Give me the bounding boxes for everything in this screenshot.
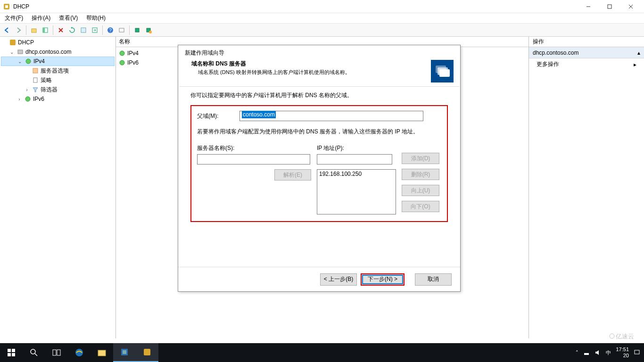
tree-label: 服务器选项 (41, 67, 69, 75)
server-button[interactable] (132, 25, 142, 35)
clock-time: 17:51 (616, 346, 629, 353)
next-button[interactable]: 下一步(N) > (361, 273, 405, 286)
move-down-button[interactable]: 向下(O) (402, 201, 439, 212)
svg-rect-38 (57, 350, 60, 355)
tree-label: IPv4 (33, 58, 45, 65)
ip-address-input[interactable] (317, 154, 392, 165)
ipv6-icon (24, 95, 32, 103)
volume-icon[interactable] (594, 349, 601, 356)
refresh-button[interactable] (67, 25, 77, 35)
svg-point-18 (149, 31, 152, 33)
toolbar-separator (129, 25, 130, 35)
show-hide-button[interactable] (40, 25, 50, 35)
svg-rect-44 (584, 353, 589, 355)
cancel-button[interactable]: 取消 (415, 273, 452, 286)
taskbar: ˄ 中 17:51 20 (0, 343, 644, 362)
toolbar-separator (53, 25, 53, 35)
policy-icon (32, 76, 39, 84)
watermark: 亿速云 (609, 331, 642, 341)
actions-header: 操作 (529, 37, 644, 47)
up-level-button[interactable] (29, 25, 39, 35)
ip-list-item[interactable]: 192.168.100.250 (319, 171, 394, 177)
watermark-text: 亿速云 (615, 333, 634, 340)
tree-ipv6[interactable]: › IPv6 (1, 94, 115, 104)
start-button[interactable] (0, 343, 23, 362)
options-icon (32, 67, 39, 74)
resolve-button[interactable]: 解析(E) (274, 169, 311, 181)
actions-context-label: dhcp.contoso.com (533, 49, 578, 56)
svg-rect-32 (12, 349, 15, 352)
chevron-down-icon[interactable]: ⌄ (8, 49, 15, 55)
svg-rect-3 (608, 5, 611, 8)
tree-label: IPv6 (33, 96, 44, 102)
tree-policies[interactable]: 策略 (1, 75, 115, 85)
actions-more[interactable]: 更多操作 ▸ (529, 58, 644, 70)
task-view-button[interactable] (45, 343, 68, 362)
svg-rect-40 (98, 350, 106, 356)
menu-view[interactable]: 查看(V) (57, 13, 80, 23)
move-up-button[interactable]: 向上(U) (402, 185, 439, 196)
wizard-footer: < 上一步(B) 下一步(N) > 取消 (178, 267, 460, 291)
tree-root[interactable]: DHCP (1, 38, 115, 47)
collapse-icon[interactable]: ▴ (637, 49, 640, 56)
notifications-icon[interactable] (634, 349, 640, 356)
maximize-button[interactable] (599, 0, 620, 13)
back-button[interactable]: < 上一步(B) (320, 273, 357, 286)
menu-bar: 文件(F) 操作(A) 查看(V) 帮助(H) (0, 13, 644, 24)
tray-up-icon[interactable]: ˄ (576, 350, 578, 356)
svg-rect-15 (119, 28, 124, 32)
svg-rect-1 (5, 5, 8, 8)
tree-server-options[interactable]: 服务器选项 (1, 66, 115, 75)
toolbar: ? (0, 24, 644, 37)
chevron-down-icon[interactable]: ⌄ (17, 59, 23, 64)
ip-address-list[interactable]: 192.168.100.250 (317, 169, 396, 214)
menu-file[interactable]: 文件(F) (3, 13, 25, 23)
menu-action[interactable]: 操作(A) (30, 13, 52, 23)
tree-ipv4[interactable]: ⌄ IPv4 (1, 57, 115, 66)
ipv4-icon (119, 50, 125, 57)
forward-button[interactable] (13, 25, 24, 35)
new-scope-wizard: 新建作用域向导 域名称和 DNS 服务器 域名系统 (DNS) 映射并转换网络上… (178, 45, 461, 292)
svg-rect-23 (33, 78, 37, 82)
svg-rect-42 (123, 350, 126, 354)
ie-taskbar-icon[interactable] (68, 343, 91, 362)
system-tray: ˄ 中 17:51 20 (576, 346, 644, 359)
back-button[interactable] (2, 25, 12, 35)
taskbar-clock[interactable]: 17:51 20 (616, 346, 629, 359)
server-icon (17, 48, 24, 56)
chevron-right-icon[interactable]: › (24, 87, 30, 92)
tree-server[interactable]: ⌄ dhcp.contoso.com (1, 47, 115, 57)
ime-indicator[interactable]: 中 (606, 349, 611, 356)
explorer-taskbar-icon[interactable] (91, 343, 113, 362)
add-button[interactable]: 添加(D) (402, 153, 439, 164)
actions-panel: 操作 dhcp.contoso.com ▴ 更多操作 ▸ (529, 37, 644, 338)
ipv4-icon (25, 58, 32, 65)
delete-button[interactable] (56, 25, 66, 35)
actions-context[interactable]: dhcp.contoso.com ▴ (529, 47, 644, 58)
wizard-body: 你可以指定要网络中的客户端计算机用于解析 DNS 名称的父域。 父域(M): c… (178, 87, 460, 267)
minimize-button[interactable] (578, 0, 599, 13)
chevron-right-icon[interactable]: › (16, 97, 23, 102)
server-manager-taskbar-icon[interactable] (113, 343, 136, 362)
tree-filters[interactable]: › 筛选器 (1, 85, 115, 94)
remove-button[interactable]: 删除(R) (402, 169, 439, 180)
scope-button[interactable] (116, 25, 127, 35)
close-button[interactable] (620, 0, 641, 13)
server2-button[interactable] (143, 25, 154, 35)
network-icon[interactable] (583, 349, 590, 356)
svg-point-26 (120, 60, 124, 65)
clock-date: 20 (616, 353, 629, 359)
dhcp-taskbar-icon[interactable] (136, 343, 158, 362)
properties-button[interactable] (78, 25, 89, 35)
svg-rect-37 (53, 350, 56, 355)
svg-rect-22 (33, 68, 38, 73)
help-button[interactable]: ? (105, 25, 116, 35)
search-button[interactable] (23, 343, 45, 362)
parent-domain-input[interactable]: contoso.com (239, 111, 423, 121)
tree-label: 筛选器 (41, 86, 58, 94)
dhcp-root-icon (9, 39, 17, 46)
menu-help[interactable]: 帮助(H) (84, 13, 107, 23)
filter-icon (32, 86, 39, 93)
server-name-input[interactable] (197, 154, 310, 165)
export-button[interactable] (90, 25, 100, 35)
